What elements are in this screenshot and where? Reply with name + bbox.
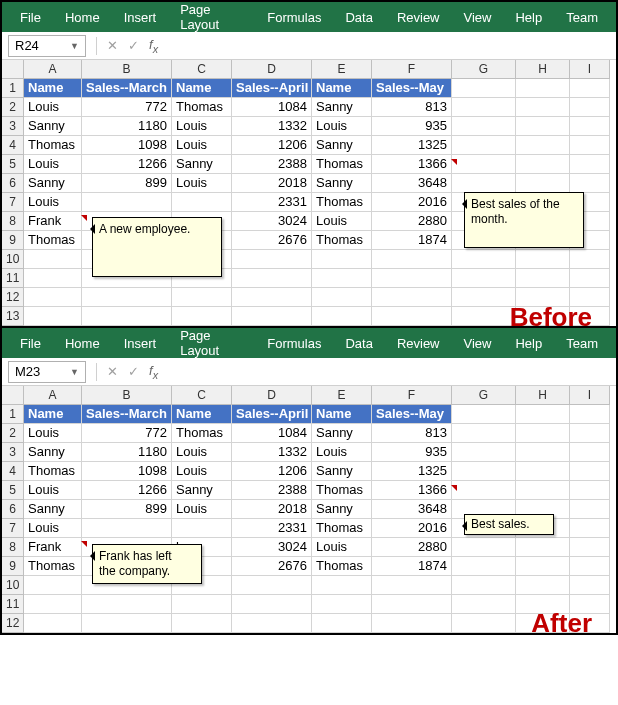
cell[interactable] [570,519,610,538]
column-header[interactable]: H [516,60,570,79]
cell[interactable] [82,288,172,307]
column-header[interactable]: G [452,60,516,79]
cell[interactable]: 3024 [232,212,312,231]
cell[interactable]: Thomas [312,193,372,212]
ribbon-tab-insert[interactable]: Insert [112,328,169,358]
cell[interactable]: Louis [24,481,82,500]
cell[interactable]: Sales--May [372,405,452,424]
cell[interactable] [232,595,312,614]
cell[interactable] [312,288,372,307]
cell[interactable] [516,174,570,193]
cell[interactable]: Sanny [172,481,232,500]
cell[interactable]: Sanny [312,98,372,117]
cancel-icon[interactable]: ✕ [107,364,118,379]
cell[interactable]: 935 [372,443,452,462]
ribbon-tab-view[interactable]: View [452,328,504,358]
ribbon-tab-page-layout[interactable]: Page Layout [168,2,255,32]
row-header[interactable]: 4 [2,462,24,481]
cell[interactable]: Sanny [312,424,372,443]
column-header[interactable]: A [24,386,82,405]
cell[interactable]: 2018 [232,174,312,193]
cell[interactable] [452,155,516,174]
cell[interactable]: 1084 [232,98,312,117]
row-header[interactable]: 9 [2,231,24,250]
cell[interactable]: Thomas [312,231,372,250]
cell[interactable]: 772 [82,424,172,443]
cell[interactable]: 1206 [232,462,312,481]
column-header[interactable]: B [82,60,172,79]
cell[interactable]: Sanny [312,136,372,155]
cell[interactable]: 3648 [372,174,452,193]
ribbon-tab-formulas[interactable]: Formulas [255,328,333,358]
cell[interactable] [172,614,232,633]
cell[interactable] [172,288,232,307]
fx-icon[interactable]: fx [149,363,158,381]
cell[interactable] [312,307,372,326]
cell[interactable]: 772 [82,98,172,117]
cell[interactable] [372,288,452,307]
ribbon-tab-file[interactable]: File [8,328,53,358]
cell[interactable] [452,250,516,269]
cell[interactable]: Louis [24,519,82,538]
cell[interactable]: 1325 [372,136,452,155]
column-header[interactable]: G [452,386,516,405]
select-all-corner[interactable] [2,60,24,79]
formula-input[interactable] [168,361,610,383]
row-header[interactable]: 10 [2,576,24,595]
row-header[interactable]: 3 [2,443,24,462]
cell[interactable] [516,462,570,481]
cell[interactable]: Louis [24,98,82,117]
cell[interactable]: Name [24,405,82,424]
cell[interactable]: Sanny [24,174,82,193]
cell[interactable]: Thomas [312,519,372,538]
cell[interactable]: Thomas [172,424,232,443]
cell[interactable] [452,307,516,326]
column-header[interactable]: B [82,386,172,405]
cell[interactable]: 2676 [232,231,312,250]
cell[interactable]: Sanny [312,174,372,193]
cell[interactable]: 899 [82,500,172,519]
cell[interactable] [232,307,312,326]
cell[interactable]: Sanny [24,500,82,519]
cell[interactable]: Thomas [172,98,232,117]
cell[interactable] [452,481,516,500]
cell[interactable]: 813 [372,98,452,117]
cell[interactable] [82,193,172,212]
cell[interactable]: 1098 [82,136,172,155]
cell[interactable] [570,117,610,136]
cancel-icon[interactable]: ✕ [107,38,118,53]
ribbon-tab-help[interactable]: Help [503,328,554,358]
cell[interactable]: Thomas [312,155,372,174]
cell[interactable] [570,538,610,557]
cell[interactable] [516,557,570,576]
row-header[interactable]: 4 [2,136,24,155]
ribbon-tab-file[interactable]: File [8,2,53,32]
cell[interactable] [452,98,516,117]
cell[interactable]: Sales--March [82,405,172,424]
cell[interactable] [452,557,516,576]
cell[interactable] [312,595,372,614]
cell[interactable] [516,269,570,288]
cell[interactable] [570,174,610,193]
ribbon-tab-data[interactable]: Data [333,2,384,32]
column-header[interactable]: F [372,386,452,405]
cell[interactable] [570,557,610,576]
cell[interactable] [232,269,312,288]
cell[interactable]: 2016 [372,193,452,212]
cell[interactable]: Louis [172,443,232,462]
cell[interactable]: Sanny [24,117,82,136]
cell[interactable]: 3024 [232,538,312,557]
cell[interactable]: Louis [312,212,372,231]
cell[interactable] [570,269,610,288]
cell[interactable]: Louis [312,117,372,136]
cell[interactable] [172,595,232,614]
cell[interactable]: 1366 [372,155,452,174]
cell[interactable] [372,614,452,633]
column-header[interactable]: H [516,386,570,405]
cell[interactable]: 3648 [372,500,452,519]
cell[interactable]: Louis [312,443,372,462]
cell[interactable] [172,519,232,538]
cell[interactable] [516,538,570,557]
cell[interactable] [24,614,82,633]
cell[interactable] [516,405,570,424]
